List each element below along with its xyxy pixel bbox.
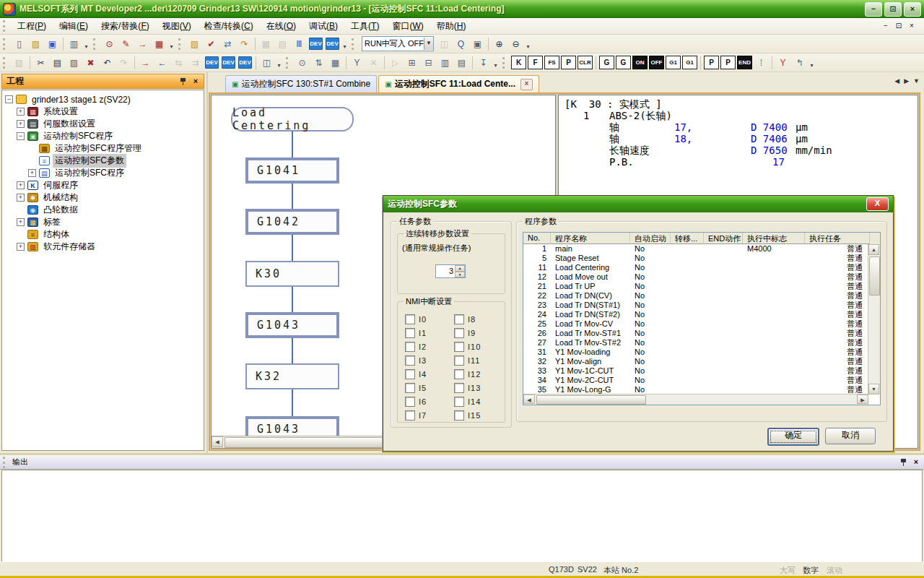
program-parameter-table[interactable]: No.程序名称自动启动转移...END动作执行中标志执行任务 1mainNoM4… — [523, 232, 881, 405]
dev-batch-icon[interactable]: DEV — [325, 37, 340, 51]
table-header-程序名称[interactable]: 程序名称 — [551, 233, 630, 244]
delete-icon[interactable]: ✖ — [83, 56, 98, 70]
nmi-checkbox-i4[interactable] — [405, 369, 415, 379]
tree-expander[interactable]: + — [17, 108, 25, 116]
sfc-shift-g1-icon[interactable]: G1 — [666, 56, 681, 69]
table-header-No[interactable]: No. — [523, 233, 551, 244]
tree-expander[interactable]: + — [17, 120, 25, 128]
toolbar-overflow-icon[interactable]: ▾ — [82, 37, 90, 51]
pin-icon[interactable] — [899, 457, 909, 467]
nmi-checkbox-i2[interactable] — [405, 342, 415, 352]
table-row[interactable]: 1mainNoM4000普通 — [523, 244, 880, 254]
table-header-转移[interactable]: 转移... — [671, 233, 704, 244]
nmi-checkbox-i10[interactable] — [454, 342, 464, 352]
toolbar-grip[interactable] — [502, 57, 507, 69]
jump-insert-icon[interactable]: ↧ — [476, 56, 491, 70]
zoom-in-icon[interactable]: ⊕ — [492, 37, 507, 51]
read-from-controller-icon[interactable]: ← — [154, 56, 170, 70]
table-row[interactable]: 11Load CenteringNo普通 — [523, 263, 880, 272]
toolbar-overflow-icon[interactable]: ▾ — [167, 37, 175, 51]
toolbar-grip[interactable] — [352, 38, 357, 50]
spinner-down-icon[interactable]: ▼ — [455, 272, 465, 278]
menu-h[interactable]: 帮助(H) — [430, 18, 473, 35]
document-tab-2[interactable]: ▣运动控制SFC 11:Load Cente...× — [378, 75, 539, 92]
dialog-title-bar[interactable]: 运动控制SFC参数 X — [383, 196, 893, 212]
scrollbar-thumb[interactable] — [536, 395, 646, 405]
sfc-node-k32[interactable]: K32 — [245, 363, 339, 389]
nmi-checkbox-i1[interactable] — [405, 328, 415, 338]
scroll-right-icon[interactable]: ▶ — [857, 394, 868, 404]
monitor-icon[interactable]: ◫ — [259, 56, 274, 70]
tree-item[interactable]: −grinder13 stage1 z(SV22) — [2, 93, 204, 105]
menu-c[interactable]: 检查/转换(C) — [198, 18, 260, 35]
toolbar-grip[interactable] — [3, 57, 8, 69]
table-header-执行中标志[interactable]: 执行中标志 — [743, 233, 805, 244]
row-insert-icon[interactable]: ▥ — [437, 56, 453, 70]
dev-assignment-icon[interactable]: DEV — [308, 37, 323, 51]
project-check-icon[interactable]: ✔ — [204, 37, 219, 51]
tab-prev-icon[interactable]: ◀ — [894, 77, 899, 85]
menu-p[interactable]: 工程(P) — [11, 18, 53, 35]
tree-item[interactable]: +▤运动控制SFC程序 — [2, 167, 204, 179]
sfc-waitoff-icon[interactable]: OFF — [649, 56, 664, 69]
nmi-checkbox-i8[interactable] — [454, 314, 464, 324]
scroll-left-icon[interactable]: ◀ — [523, 394, 535, 404]
sfc-wait-g-icon[interactable]: G — [616, 56, 631, 69]
sfc-node-k30[interactable]: K30 — [245, 261, 339, 287]
document-tab-1[interactable]: ▣运动控制SFC 130:ST#1 Combine — [225, 75, 377, 92]
nmi-checkbox-i15[interactable] — [454, 410, 464, 420]
output-grip[interactable] — [3, 457, 8, 468]
tree-item[interactable]: +▥软元件存储器 — [2, 241, 204, 253]
sfc-node-g1041[interactable]: G1041 — [245, 158, 339, 184]
tree-expander[interactable]: − — [5, 95, 13, 103]
table-vertical-scrollbar[interactable]: ▲ ▼ — [868, 244, 880, 394]
menu-o[interactable]: 在线(O) — [260, 18, 302, 35]
menu-b[interactable]: 调试(B) — [302, 18, 344, 35]
sfc-list-icon[interactable]: ▦ — [328, 56, 343, 70]
table-row[interactable]: 27Load Tr Mov-ST#2No普通 — [523, 338, 880, 348]
cancel-button[interactable]: 取消 — [825, 428, 876, 444]
tree-expander[interactable]: + — [17, 243, 25, 251]
table-row[interactable]: 33Y1 Mov-1C-CUTNo普通 — [523, 366, 880, 376]
tree-item[interactable]: ≡结构体 — [2, 228, 204, 241]
close-button[interactable]: × — [904, 2, 921, 17]
steps-spinner[interactable]: 3 ▲ ▼ — [435, 264, 466, 278]
device-display-icon[interactable]: ▦ — [152, 37, 167, 51]
table-row[interactable]: 5Stage ResetNo普通 — [523, 254, 880, 263]
branch-insert-icon[interactable]: Y — [349, 56, 365, 70]
axis-assignment-icon[interactable]: Ⅲ — [292, 37, 307, 51]
select-arrow-icon[interactable]: ▷ — [388, 56, 403, 70]
restore-button[interactable]: ⊡ — [884, 2, 902, 17]
menu-v[interactable]: 视图(V) — [156, 18, 198, 35]
scroll-left-icon[interactable]: ◀ — [212, 436, 223, 447]
toolbar-overflow-icon[interactable]: ▾ — [492, 56, 500, 69]
sfc-wait-g1-icon[interactable]: G1 — [682, 56, 697, 69]
nmi-checkbox-i11[interactable] — [454, 355, 464, 366]
tree-item[interactable]: −▣运动控制SFC程序 — [2, 130, 204, 142]
tree-item[interactable]: ≡运动控制SFC参数 — [2, 155, 204, 167]
table-row[interactable]: 34Y1 Mov-2C-CUTNo普通 — [523, 376, 880, 385]
sfc-branch-point-icon[interactable]: Y — [775, 56, 790, 70]
sfc-waiton-icon[interactable]: ON — [632, 56, 648, 69]
combo-dropdown-icon[interactable]: ▼ — [424, 38, 433, 50]
project-jump-icon[interactable]: ↷ — [237, 37, 252, 51]
spinner-up-icon[interactable]: ▲ — [455, 265, 465, 272]
table-header-自动启动[interactable]: 自动启动 — [630, 233, 671, 244]
mdi-close-button[interactable]: × — [905, 21, 918, 32]
nmi-checkbox-i13[interactable] — [454, 383, 464, 393]
tree-expander[interactable]: + — [17, 194, 25, 202]
nmi-checkbox-i6[interactable] — [405, 397, 415, 407]
print-icon[interactable]: ▥ — [66, 37, 82, 51]
window-tile-icon[interactable]: ▤ — [275, 37, 290, 51]
sfc-node-load-centering[interactable]: Load Centering — [231, 107, 354, 131]
tree-expander[interactable]: + — [28, 169, 36, 177]
scroll-up-icon[interactable]: ▲ — [868, 244, 879, 255]
sfc-shift-g-icon[interactable]: G — [599, 56, 614, 69]
zoom-out-icon[interactable]: ⊖ — [508, 37, 523, 51]
sfc-end-icon[interactable]: END — [737, 56, 752, 69]
tree-item[interactable]: +✱机械结构 — [2, 191, 204, 204]
sfc-symbol-k-icon[interactable]: K — [511, 56, 526, 69]
run-write-setting-combo[interactable]: RUN中写入 OFF▼ — [362, 36, 434, 51]
nmi-checkbox-i14[interactable] — [454, 397, 464, 407]
sfc-node-g1043[interactable]: G1043 — [245, 312, 339, 338]
